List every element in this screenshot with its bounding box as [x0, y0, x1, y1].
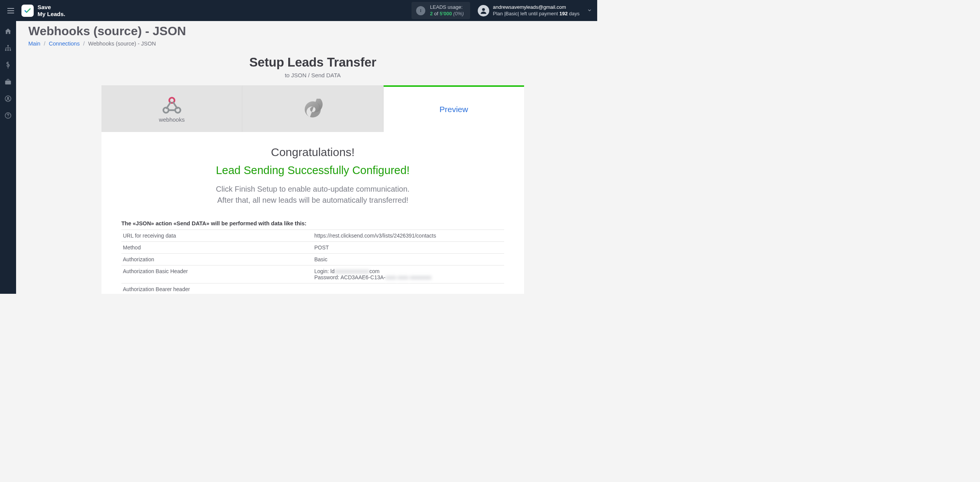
breadcrumb-connections[interactable]: Connections [49, 41, 80, 47]
breadcrumb-sep: / [44, 41, 45, 47]
svg-point-11 [8, 117, 8, 117]
success-heading: Lead Sending Successfully Configured! [121, 164, 504, 177]
table-key: URL for receiving data [121, 230, 313, 242]
table-row: Authorization Basic HeaderLogin: ldxxxxx… [121, 265, 504, 283]
wizard-heading: Setup Leads Transfer [101, 55, 524, 70]
svg-point-2 [482, 8, 485, 11]
logo-mark-icon [21, 5, 34, 17]
brand-dot [64, 11, 65, 17]
step-source-label: webhooks [159, 116, 185, 123]
table-value: POST [313, 242, 504, 254]
svg-point-9 [7, 97, 9, 99]
step-source[interactable]: webhooks [101, 85, 242, 132]
plan-prefix: Plan |Basic| left until payment [493, 11, 560, 16]
avatar-icon [478, 5, 489, 16]
hint-line1: Click Finish Setup to enable auto-update… [216, 185, 410, 193]
table-row: AuthorizationBasic [121, 254, 504, 265]
table-value: Basic [313, 254, 504, 265]
usage-label: LEADS usage: [430, 4, 464, 10]
usage-text: LEADS usage: 2 of 5'000 (0%) [430, 4, 464, 17]
table-row: Authorization Bearer header [121, 283, 504, 294]
svg-rect-5 [7, 49, 8, 50]
wizard-header: Setup Leads Transfer to JSON / Send DATA [101, 55, 524, 78]
usage-percent: (0%) [453, 11, 464, 16]
svg-rect-4 [5, 49, 7, 50]
data-preview-table: URL for receiving datahttps://rest.click… [121, 230, 504, 294]
table-key: Authorization Basic Header [121, 265, 313, 283]
account-menu[interactable]: andrewsavemyleads@gmail.com Plan |Basic|… [478, 4, 592, 17]
congrats-heading: Congratulations! [121, 146, 504, 159]
plan-suffix: days [568, 11, 580, 16]
main-content: Webhooks (source) - JSON Main / Connecti… [16, 21, 597, 294]
brand-line2: My Leads [38, 11, 64, 17]
step-preview[interactable]: Preview [384, 85, 524, 132]
sidebar [0, 21, 16, 294]
svg-rect-1 [420, 10, 421, 12]
brand-line1: Save [38, 4, 65, 10]
plan-days: 192 [559, 11, 568, 16]
sidebar-briefcase-icon[interactable] [4, 78, 12, 86]
svg-rect-7 [5, 81, 11, 85]
result-card: Congratulations! Lead Sending Successful… [101, 132, 524, 294]
table-value: Login: ldxxxxxxxxxxxxxcomPassword: ACD3A… [313, 265, 504, 283]
chevron-down-icon [587, 7, 592, 14]
svg-rect-3 [7, 45, 8, 46]
breadcrumb-current: Webhooks (source) - JSON [88, 41, 156, 47]
step-preview-label: Preview [439, 105, 468, 114]
usage-count: 2 [430, 11, 433, 16]
wizard-steps: webhooks Preview [101, 85, 524, 132]
breadcrumb: Main / Connections / Webhooks (source) -… [28, 41, 597, 47]
svg-point-0 [420, 9, 421, 10]
data-intro: The «JSON» action «Send DATA» will be pe… [121, 220, 504, 226]
sidebar-billing-icon[interactable] [4, 61, 12, 69]
account-email: andrewsavemyleads@gmail.com [493, 4, 580, 10]
brand-text: Save My Leads [38, 4, 65, 17]
app-header: Save My Leads LEADS usage: 2 of 5'000 (0… [0, 0, 597, 21]
usage-limit: 5'000 [439, 11, 452, 16]
table-value: https://rest.clicksend.com/v3/lists/2426… [313, 230, 504, 242]
hamburger-menu-button[interactable] [5, 5, 16, 16]
info-icon [416, 6, 425, 15]
usage-of: of [434, 11, 438, 16]
step-destination[interactable] [242, 85, 383, 132]
account-text: andrewsavemyleads@gmail.com Plan |Basic|… [493, 4, 580, 17]
table-value [313, 283, 504, 294]
sidebar-help-icon[interactable] [4, 111, 12, 120]
table-key: Authorization [121, 254, 313, 265]
wizard-sub: to JSON / Send DATA [101, 72, 524, 78]
hint-line2: After that, all new leads will be automa… [217, 196, 408, 204]
table-key: Method [121, 242, 313, 254]
brand-logo[interactable]: Save My Leads [21, 4, 65, 17]
svg-rect-6 [10, 49, 11, 50]
breadcrumb-main[interactable]: Main [28, 41, 40, 47]
leads-usage-box[interactable]: LEADS usage: 2 of 5'000 (0%) [412, 2, 470, 19]
webhooks-icon [161, 96, 183, 115]
sidebar-home-icon[interactable] [4, 27, 12, 36]
breadcrumb-sep: / [83, 41, 85, 47]
sidebar-connections-icon[interactable] [4, 44, 12, 52]
json-icon [302, 99, 323, 120]
page-title: Webhooks (source) - JSON [28, 24, 597, 38]
table-row: URL for receiving datahttps://rest.click… [121, 230, 504, 242]
table-row: MethodPOST [121, 242, 504, 254]
table-key: Authorization Bearer header [121, 283, 313, 294]
sidebar-account-icon[interactable] [4, 94, 12, 103]
